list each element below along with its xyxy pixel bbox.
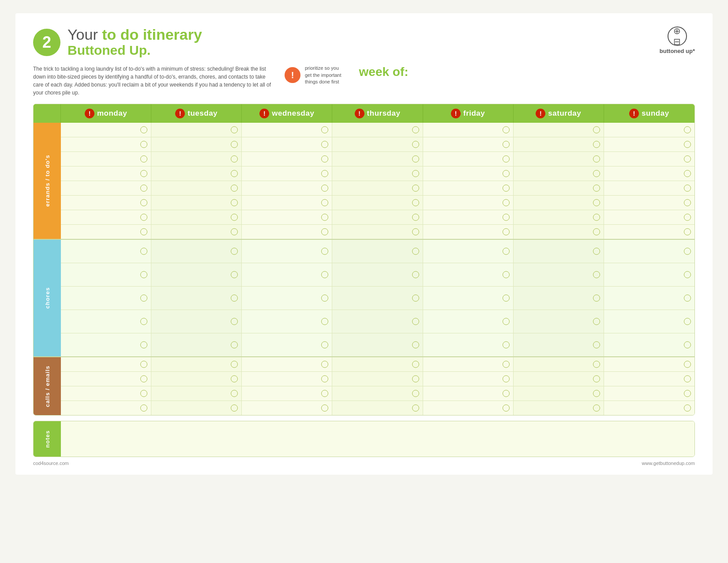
checkbox-circle[interactable] — [140, 248, 147, 255]
checkbox-circle[interactable] — [412, 228, 419, 235]
data-cell[interactable] — [242, 401, 332, 415]
data-cell[interactable] — [604, 166, 694, 181]
checkbox-circle[interactable] — [593, 318, 600, 325]
checkbox-circle[interactable] — [412, 318, 419, 325]
checkbox-circle[interactable] — [321, 126, 328, 133]
checkbox-circle[interactable] — [684, 404, 691, 412]
data-cell[interactable] — [604, 181, 694, 195]
checkbox-circle[interactable] — [321, 404, 328, 412]
data-cell[interactable] — [332, 123, 423, 137]
data-cell[interactable] — [604, 137, 694, 151]
data-cell[interactable] — [242, 240, 332, 263]
data-cell[interactable] — [332, 310, 423, 333]
data-cell[interactable] — [423, 372, 514, 386]
checkbox-circle[interactable] — [412, 170, 419, 177]
data-cell[interactable] — [151, 210, 242, 224]
data-cell[interactable] — [514, 210, 604, 224]
checkbox-circle[interactable] — [684, 248, 691, 255]
data-cell[interactable] — [423, 287, 514, 310]
checkbox-circle[interactable] — [593, 170, 600, 177]
checkbox-circle[interactable] — [140, 390, 147, 397]
checkbox-circle[interactable] — [684, 390, 691, 397]
data-cell[interactable] — [514, 287, 604, 310]
data-cell[interactable] — [242, 386, 332, 401]
data-cell[interactable] — [514, 333, 604, 356]
checkbox-circle[interactable] — [321, 271, 328, 278]
data-cell[interactable] — [242, 372, 332, 386]
checkbox-circle[interactable] — [321, 248, 328, 255]
data-cell[interactable] — [151, 372, 242, 386]
checkbox-circle[interactable] — [321, 155, 328, 162]
checkbox-circle[interactable] — [140, 361, 147, 368]
checkbox-circle[interactable] — [684, 126, 691, 133]
data-cell[interactable] — [61, 152, 151, 166]
data-cell[interactable] — [423, 210, 514, 224]
checkbox-circle[interactable] — [684, 228, 691, 235]
checkbox-circle[interactable] — [140, 341, 147, 348]
checkbox-circle[interactable] — [231, 248, 238, 255]
data-cell[interactable] — [151, 357, 242, 371]
data-cell[interactable] — [61, 401, 151, 415]
data-cell[interactable] — [423, 166, 514, 181]
data-cell[interactable] — [423, 310, 514, 333]
checkbox-circle[interactable] — [140, 155, 147, 162]
checkbox-circle[interactable] — [593, 271, 600, 278]
checkbox-circle[interactable] — [231, 141, 238, 148]
data-cell[interactable] — [332, 166, 423, 181]
checkbox-circle[interactable] — [321, 214, 328, 221]
data-cell[interactable] — [514, 123, 604, 137]
data-cell[interactable] — [423, 386, 514, 401]
checkbox-circle[interactable] — [231, 295, 238, 302]
checkbox-circle[interactable] — [231, 341, 238, 348]
checkbox-circle[interactable] — [412, 155, 419, 162]
checkbox-circle[interactable] — [321, 295, 328, 302]
data-cell[interactable] — [242, 123, 332, 137]
data-cell[interactable] — [332, 263, 423, 286]
data-cell[interactable] — [423, 263, 514, 286]
checkbox-circle[interactable] — [231, 318, 238, 325]
data-cell[interactable] — [332, 401, 423, 415]
checkbox-circle[interactable] — [231, 271, 238, 278]
checkbox-circle[interactable] — [684, 214, 691, 221]
data-cell[interactable] — [514, 310, 604, 333]
checkbox-circle[interactable] — [593, 141, 600, 148]
data-cell[interactable] — [423, 152, 514, 166]
data-cell[interactable] — [514, 166, 604, 181]
data-cell[interactable] — [61, 137, 151, 151]
checkbox-circle[interactable] — [503, 141, 510, 148]
data-cell[interactable] — [514, 401, 604, 415]
checkbox-circle[interactable] — [140, 214, 147, 221]
data-cell[interactable] — [514, 386, 604, 401]
checkbox-circle[interactable] — [321, 390, 328, 397]
data-cell[interactable] — [332, 210, 423, 224]
checkbox-circle[interactable] — [412, 199, 419, 206]
checkbox-circle[interactable] — [593, 390, 600, 397]
checkbox-circle[interactable] — [231, 361, 238, 368]
checkbox-circle[interactable] — [321, 228, 328, 235]
checkbox-circle[interactable] — [684, 199, 691, 206]
checkbox-circle[interactable] — [593, 248, 600, 255]
checkbox-circle[interactable] — [503, 390, 510, 397]
checkbox-circle[interactable] — [412, 361, 419, 368]
data-cell[interactable] — [423, 123, 514, 137]
checkbox-circle[interactable] — [140, 185, 147, 192]
data-cell[interactable] — [514, 196, 604, 210]
checkbox-circle[interactable] — [593, 361, 600, 368]
checkbox-circle[interactable] — [593, 341, 600, 348]
data-cell[interactable] — [604, 263, 694, 286]
checkbox-circle[interactable] — [231, 214, 238, 221]
checkbox-circle[interactable] — [321, 341, 328, 348]
checkbox-circle[interactable] — [231, 170, 238, 177]
checkbox-circle[interactable] — [503, 361, 510, 368]
checkbox-circle[interactable] — [684, 141, 691, 148]
data-cell[interactable] — [423, 196, 514, 210]
data-cell[interactable] — [61, 372, 151, 386]
checkbox-circle[interactable] — [321, 318, 328, 325]
data-cell[interactable] — [604, 401, 694, 415]
data-cell[interactable] — [242, 152, 332, 166]
data-cell[interactable] — [332, 152, 423, 166]
data-cell[interactable] — [332, 287, 423, 310]
checkbox-circle[interactable] — [593, 155, 600, 162]
data-cell[interactable] — [514, 137, 604, 151]
checkbox-circle[interactable] — [321, 361, 328, 368]
